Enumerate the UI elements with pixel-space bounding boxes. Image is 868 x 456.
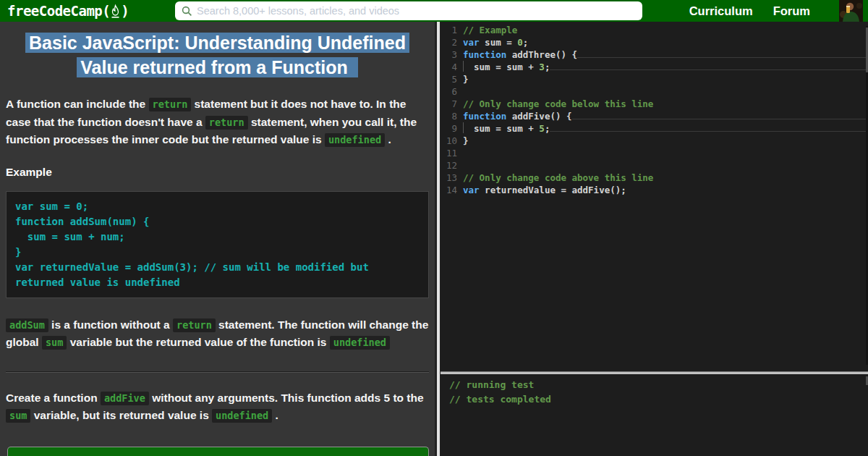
line-number: 14 <box>441 184 463 196</box>
run-tests-button[interactable] <box>7 447 429 456</box>
paragraph-text: variable, but its returned value is <box>30 409 212 421</box>
section-divider <box>6 371 429 373</box>
editor-line[interactable]: 4 sum = sum + 3; <box>441 61 868 73</box>
editor-line[interactable]: 3function addThree() { <box>441 48 868 61</box>
line-number: 9 <box>441 122 463 135</box>
editor-line[interactable]: 13// Only change code above this line <box>441 172 868 184</box>
editor-line[interactable]: 5} <box>441 73 868 85</box>
paragraph-text: A function can include the <box>6 98 149 110</box>
search-input[interactable] <box>197 5 636 17</box>
lesson-intro-paragraph: A function can include the return statem… <box>6 96 429 149</box>
inline-code: sum <box>6 409 30 423</box>
console-output[interactable]: // running test// tests completed <box>441 374 868 456</box>
code-token: } <box>463 73 469 85</box>
inline-code: sum <box>42 336 67 350</box>
code-token: sum = <box>480 36 518 48</box>
line-number: 5 <box>441 73 463 85</box>
selected-text: Value returned from a Function <box>77 57 358 77</box>
line-number: 1 <box>441 24 463 36</box>
paragraph-text: variable but the returned value of the f… <box>67 336 329 348</box>
code-token: addThree() { <box>506 48 577 61</box>
row-trail-line <box>550 61 868 70</box>
paragraph-text: . <box>385 133 391 145</box>
line-number: 11 <box>441 147 463 159</box>
code-token: 0 <box>517 36 523 48</box>
selected-text: Basic JavaScript: Understanding Undefine… <box>25 33 409 53</box>
code-editor[interactable]: 1// Example2var sum = 0;3function addThr… <box>441 22 868 371</box>
console-line: // running test <box>449 378 868 392</box>
code-token: 3 <box>539 61 545 73</box>
code-token: // Only change code below this line <box>463 98 653 110</box>
row-trail-line <box>577 48 868 58</box>
code-token: 5 <box>539 122 545 135</box>
lesson-panel: Basic JavaScript: Understanding Undefine… <box>0 22 435 456</box>
panel-splitter-handle[interactable] <box>435 22 441 456</box>
code-token: var <box>463 36 480 48</box>
editor-line[interactable]: 7// Only change code below this line <box>441 98 868 110</box>
code-token: sum = sum + <box>463 61 539 73</box>
code-token: // Example <box>463 24 517 36</box>
inline-code: addSum <box>6 318 48 332</box>
editor-line[interactable]: 9 sum = sum + 5; <box>441 122 868 135</box>
line-number: 7 <box>441 98 463 110</box>
logo-text: freeCodeCamp <box>7 3 102 19</box>
inline-code: return <box>149 98 192 111</box>
nav-link-forum[interactable]: Forum <box>773 4 810 18</box>
row-trail-line <box>572 110 868 119</box>
inline-code: undefined <box>212 409 272 423</box>
line-number: 12 <box>441 159 463 172</box>
editor-line[interactable]: 11 <box>441 147 868 159</box>
nav-link-curriculum[interactable]: Curriculum <box>689 4 753 18</box>
editor-line[interactable]: 12 <box>441 159 868 172</box>
line-number: 8 <box>441 110 463 122</box>
example-heading: Example <box>6 166 429 179</box>
nav-links: Curriculum Forum <box>689 0 810 22</box>
paragraph-text: . <box>272 409 278 421</box>
inline-code: return <box>205 116 248 130</box>
code-token: sum = sum + <box>463 122 539 135</box>
paragraph-text: is a function without a <box>48 318 173 331</box>
editor-line[interactable]: 2var sum = 0; <box>441 36 868 48</box>
code-token: function <box>463 48 506 61</box>
inline-code: undefined <box>330 336 390 350</box>
inline-code: return <box>173 318 216 332</box>
code-token: ; <box>545 61 550 73</box>
search-icon <box>182 6 192 17</box>
line-number: 6 <box>441 85 463 98</box>
line-number: 10 <box>441 135 463 147</box>
paragraph-text: without any arguments. This function add… <box>149 392 424 404</box>
code-token: ; <box>545 122 550 135</box>
editor-line[interactable]: 6 <box>441 85 868 98</box>
code-token: ; <box>523 36 529 48</box>
editor-line[interactable]: 14var returnedValue = addFive(); <box>441 184 868 196</box>
user-avatar-photo[interactable] <box>839 0 863 22</box>
code-token: var <box>463 184 480 196</box>
editor-line[interactable]: 8function addFive() { <box>441 110 868 122</box>
editor-lines: 1// Example2var sum = 0;3function addThr… <box>441 24 868 196</box>
search-bar[interactable] <box>175 1 642 20</box>
main-content: Basic JavaScript: Understanding Undefine… <box>0 22 868 456</box>
code-token: // Only change code above this line <box>463 172 653 184</box>
editor-panel: 1// Example2var sum = 0;3function addThr… <box>441 22 868 456</box>
code-token: addFive() { <box>506 110 571 122</box>
lesson-title: Basic JavaScript: Understanding Undefine… <box>6 30 429 80</box>
inline-code: undefined <box>325 133 385 147</box>
flame-icon <box>111 4 120 18</box>
navbar: freeCodeCamp() Curriculum Forum <box>0 0 868 22</box>
editor-line[interactable]: 10} <box>441 135 868 147</box>
paragraph-text: Create a function <box>6 392 101 404</box>
row-trail-line <box>550 122 868 132</box>
code-token: } <box>463 135 469 147</box>
line-number: 2 <box>441 36 463 48</box>
editor-line[interactable]: 1// Example <box>441 24 868 36</box>
inline-code: addFive <box>101 392 149 405</box>
line-number: 13 <box>441 172 463 184</box>
line-number: 4 <box>441 61 463 73</box>
freecodecamp-logo[interactable]: freeCodeCamp() <box>7 3 129 19</box>
console-lines: // running test// tests completed <box>449 378 868 407</box>
example-code-block: var sum = 0; function addSum(num) { sum … <box>6 191 429 298</box>
code-token: returnedValue = addFive(); <box>480 184 626 196</box>
lesson-instructions-paragraph: Create a function addFive without any ar… <box>6 389 429 425</box>
lesson-explanation-paragraph: addSum is a function without a return st… <box>6 316 429 352</box>
line-number: 3 <box>441 48 463 61</box>
